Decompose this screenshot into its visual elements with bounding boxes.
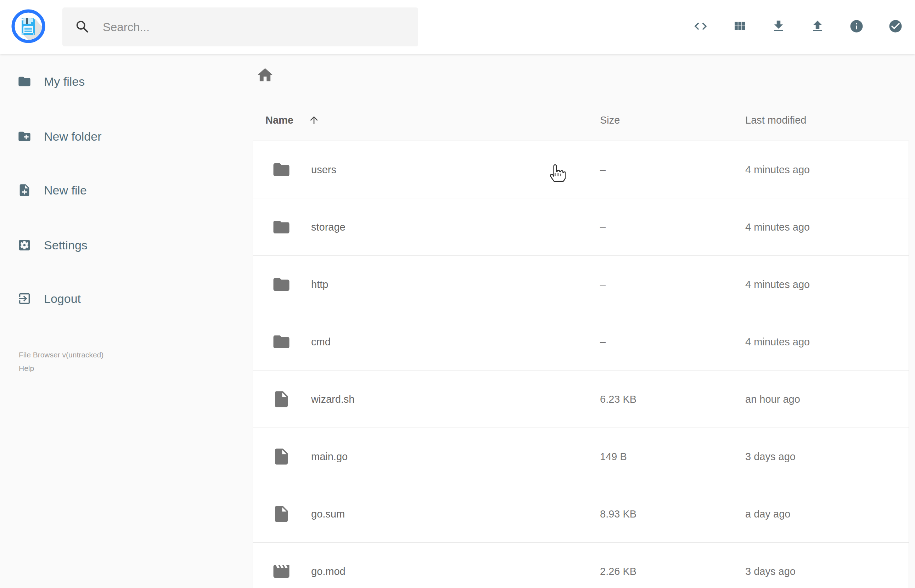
- listing-row[interactable]: wizard.sh 6.23 KB an hour ago: [253, 370, 909, 428]
- row-name: storage: [311, 221, 346, 233]
- download-button[interactable]: [771, 19, 786, 34]
- raw-code-view-button[interactable]: [693, 19, 708, 34]
- listing-rows: users – 4 minutes ago storage – 4 minute…: [253, 141, 909, 588]
- code-icon: [693, 19, 708, 34]
- sidebar-item-logout[interactable]: Logout: [0, 289, 225, 309]
- sidebar-item-label: New file: [44, 184, 87, 197]
- file-icon: [272, 447, 291, 466]
- row-size: 8.93 KB: [600, 508, 637, 520]
- row-name: wizard.sh: [311, 393, 355, 405]
- sidebar-item-label: My files: [44, 75, 85, 89]
- row-size: –: [600, 221, 606, 233]
- listing-row[interactable]: main.go 149 B 3 days ago: [253, 428, 909, 485]
- row-modified: 3 days ago: [745, 565, 795, 577]
- listing-row[interactable]: users – 4 minutes ago: [253, 141, 909, 199]
- sidebar-divider: [0, 110, 225, 110]
- row-modified: 4 minutes ago: [745, 221, 810, 233]
- listing-row[interactable]: http – 4 minutes ago: [253, 256, 909, 313]
- row-modified: an hour ago: [745, 393, 800, 405]
- row-size: 2.26 KB: [600, 565, 637, 577]
- help-link[interactable]: Help: [19, 364, 34, 373]
- sidebar-item-label: New folder: [44, 130, 102, 144]
- settings-icon: [17, 238, 32, 252]
- breadcrumb-home-button[interactable]: [256, 66, 274, 84]
- listing-row[interactable]: go.sum 8.93 KB a day ago: [253, 485, 909, 543]
- folder-icon: [272, 218, 291, 237]
- sidebar-item-new-folder[interactable]: New folder: [0, 126, 225, 146]
- breadcrumb-divider: [253, 97, 909, 97]
- row-name: main.go: [311, 451, 348, 462]
- search-input[interactable]: [102, 7, 408, 47]
- movie-file-icon: [272, 562, 291, 581]
- column-header-modified[interactable]: Last modified: [745, 115, 807, 126]
- floppy-disk-logo-icon: [11, 8, 46, 44]
- sidebar-item-settings[interactable]: Settings: [0, 235, 225, 255]
- header-actions: [693, 19, 903, 34]
- column-header-size[interactable]: Size: [600, 115, 620, 126]
- row-size: 149 B: [600, 451, 627, 462]
- folder-icon: [272, 160, 291, 179]
- row-size: –: [600, 164, 606, 175]
- listing-row[interactable]: storage – 4 minutes ago: [253, 199, 909, 256]
- row-name: go.mod: [311, 565, 346, 577]
- listing-row[interactable]: cmd – 4 minutes ago: [253, 313, 909, 370]
- info-icon: [849, 19, 864, 34]
- file-icon: [272, 504, 291, 523]
- row-name: cmd: [311, 336, 331, 347]
- folder-icon: [272, 332, 291, 351]
- download-icon: [771, 19, 786, 34]
- row-modified: 3 days ago: [745, 451, 795, 462]
- upload-icon: [810, 19, 825, 34]
- new-file-icon: [17, 183, 32, 197]
- home-icon: [256, 66, 274, 84]
- logout-icon: [17, 292, 32, 306]
- app-version-text: File Browser v(untracked): [19, 351, 103, 359]
- folder-icon: [272, 275, 291, 294]
- info-button[interactable]: [849, 19, 864, 34]
- row-size: –: [600, 336, 606, 347]
- listing-column-headers: Name Size Last modified: [253, 107, 909, 133]
- top-bar: [0, 0, 915, 54]
- app-logo[interactable]: [11, 8, 46, 44]
- grid-view-button[interactable]: [732, 19, 747, 34]
- search-icon: [74, 19, 91, 35]
- select-check-icon: [888, 19, 903, 34]
- file-icon: [272, 389, 291, 409]
- column-header-name[interactable]: Name: [265, 115, 293, 126]
- row-name: users: [311, 164, 336, 175]
- upload-button[interactable]: [810, 19, 825, 34]
- row-size: 6.23 KB: [600, 393, 637, 405]
- filebrowser-app: My files New folder New file Settings: [0, 0, 915, 588]
- row-modified: a day ago: [745, 508, 790, 520]
- row-modified: 4 minutes ago: [745, 164, 810, 175]
- sidebar-divider: [0, 214, 225, 214]
- row-name: go.sum: [311, 508, 345, 520]
- row-modified: 4 minutes ago: [745, 278, 810, 290]
- search-bar: [62, 7, 418, 47]
- select-multiple-button[interactable]: [888, 19, 903, 34]
- sidebar-item-label: Logout: [44, 292, 81, 306]
- sort-ascending-icon: [308, 115, 320, 126]
- folder-icon: [17, 74, 32, 89]
- listing-row[interactable]: go.mod 2.26 KB 3 days ago: [253, 543, 909, 588]
- row-size: –: [600, 278, 606, 290]
- new-folder-icon: [17, 129, 32, 144]
- sidebar-item-label: Settings: [44, 238, 87, 252]
- grid-view-icon: [732, 19, 747, 34]
- sidebar-item-my-files[interactable]: My files: [0, 71, 225, 91]
- row-name: http: [311, 278, 328, 290]
- sidebar-item-new-file[interactable]: New file: [0, 180, 225, 200]
- row-modified: 4 minutes ago: [745, 336, 810, 347]
